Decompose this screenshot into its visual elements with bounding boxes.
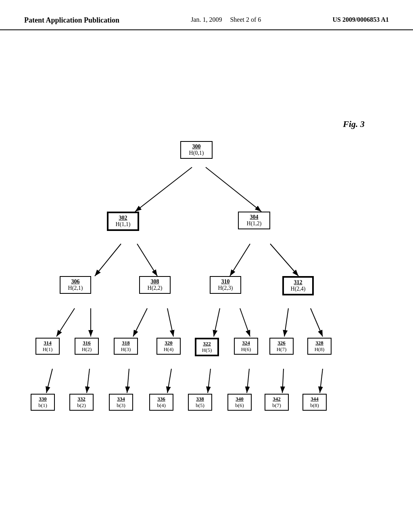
svg-line-14 xyxy=(311,308,323,337)
node-308-label: H(2,2) xyxy=(148,285,163,291)
node-312-id: 312 xyxy=(294,279,302,286)
svg-line-7 xyxy=(56,308,75,337)
node-336: 336 b(4) xyxy=(149,394,173,411)
fig-label: Fig. 3 xyxy=(343,119,365,129)
node-322-label: H(5) xyxy=(202,347,212,353)
node-330: 330 b(1) xyxy=(31,394,55,411)
node-310-id: 310 xyxy=(221,278,230,285)
node-314-label: H(1) xyxy=(43,346,53,353)
node-336-id: 336 xyxy=(157,396,165,402)
node-302-label: H(1,1) xyxy=(116,221,131,228)
node-302: 302 H(1,1) xyxy=(107,212,139,231)
svg-line-5 xyxy=(230,244,250,276)
svg-line-16 xyxy=(87,369,90,393)
node-338-label: b(5) xyxy=(196,402,204,409)
node-334: 334 b(3) xyxy=(109,394,133,411)
node-318-id: 318 xyxy=(122,340,130,346)
node-320-label: H(4) xyxy=(164,346,174,353)
diagram-svg xyxy=(0,38,413,502)
svg-line-2 xyxy=(206,167,261,212)
node-330-label: b(1) xyxy=(38,402,47,409)
svg-line-21 xyxy=(282,369,284,393)
svg-line-3 xyxy=(95,244,121,276)
svg-line-4 xyxy=(137,244,157,276)
node-324-id: 324 xyxy=(242,340,250,346)
node-326-label: H(7) xyxy=(277,346,287,353)
node-308-id: 308 xyxy=(151,278,159,285)
node-342: 342 b(7) xyxy=(265,394,289,411)
node-322-id: 322 xyxy=(203,341,211,347)
svg-line-12 xyxy=(240,308,250,337)
header-sheet: Sheet 2 of 6 xyxy=(230,16,261,23)
svg-line-10 xyxy=(167,308,173,337)
node-314: 314 H(1) xyxy=(35,338,60,355)
node-306: 306 H(2,1) xyxy=(60,276,91,294)
node-312: 312 H(2,4) xyxy=(282,276,314,295)
node-332-id: 332 xyxy=(77,396,86,402)
node-324-label: H(6) xyxy=(241,346,251,353)
node-330-id: 330 xyxy=(39,396,47,402)
node-328: 328 H(8) xyxy=(307,338,332,355)
node-316: 316 H(2) xyxy=(75,338,99,355)
node-318: 318 H(3) xyxy=(114,338,138,355)
node-332: 332 b(2) xyxy=(69,394,94,411)
node-342-id: 342 xyxy=(273,396,281,402)
svg-line-15 xyxy=(46,369,52,393)
node-316-label: H(2) xyxy=(82,346,92,353)
node-320-id: 320 xyxy=(165,340,173,346)
node-332-label: b(2) xyxy=(77,402,86,409)
header-patent-number: US 2009/0006853 A1 xyxy=(332,16,389,23)
svg-line-6 xyxy=(270,244,298,276)
node-320: 320 H(4) xyxy=(156,338,181,355)
svg-line-17 xyxy=(127,369,129,393)
node-328-label: H(8) xyxy=(315,346,325,353)
node-300-id: 300 xyxy=(192,143,201,150)
node-342-label: b(7) xyxy=(272,402,281,409)
node-314-id: 314 xyxy=(44,340,52,346)
header-date: Jan. 1, 2009 xyxy=(191,16,222,23)
node-328-id: 328 xyxy=(315,340,323,346)
page-header: Patent Application Publication Jan. 1, 2… xyxy=(0,0,413,30)
node-312-label: H(2,4) xyxy=(291,286,306,292)
diagram-area: Fig. 3 300 H(0,1) 302 H(1,1) 304 H(1,2) … xyxy=(0,38,413,502)
node-334-label: b(3) xyxy=(117,402,125,409)
svg-line-20 xyxy=(247,369,249,393)
node-306-id: 306 xyxy=(71,278,80,285)
node-344-label: b(8) xyxy=(310,402,319,409)
node-300: 300 H(0,1) xyxy=(180,141,213,159)
svg-line-19 xyxy=(208,369,211,393)
node-326: 326 H(7) xyxy=(269,338,294,355)
node-340-label: b(6) xyxy=(235,402,244,409)
node-306-label: H(2,1) xyxy=(68,285,83,291)
header-publication-label: Patent Application Publication xyxy=(24,16,119,25)
node-304-id: 304 xyxy=(250,214,259,220)
node-322: 322 H(5) xyxy=(195,338,219,356)
svg-line-9 xyxy=(133,308,147,337)
svg-line-18 xyxy=(167,369,171,393)
node-344-id: 344 xyxy=(311,396,319,402)
node-318-label: H(3) xyxy=(121,346,131,353)
node-310-label: H(2,3) xyxy=(218,285,233,291)
node-304: 304 H(1,2) xyxy=(238,212,270,229)
node-310: 310 H(2,3) xyxy=(210,276,241,294)
node-338-id: 338 xyxy=(196,396,204,402)
svg-line-1 xyxy=(135,167,192,212)
node-340: 340 b(6) xyxy=(227,394,252,411)
svg-line-22 xyxy=(320,369,323,393)
node-324: 324 H(6) xyxy=(234,338,258,355)
node-316-id: 316 xyxy=(83,340,91,346)
node-302-id: 302 xyxy=(119,215,127,221)
node-304-label: H(1,2) xyxy=(247,220,262,227)
node-326-id: 326 xyxy=(277,340,286,346)
node-338: 338 b(5) xyxy=(188,394,212,411)
svg-line-13 xyxy=(284,308,288,337)
node-336-label: b(4) xyxy=(157,402,166,409)
node-308: 308 H(2,2) xyxy=(139,276,171,294)
node-300-label: H(0,1) xyxy=(189,150,204,156)
node-340-id: 340 xyxy=(236,396,244,402)
svg-line-11 xyxy=(214,308,220,337)
node-344: 344 b(8) xyxy=(302,394,327,411)
node-334-id: 334 xyxy=(117,396,125,402)
header-date-sheet: Jan. 1, 2009 Sheet 2 of 6 xyxy=(191,16,261,23)
